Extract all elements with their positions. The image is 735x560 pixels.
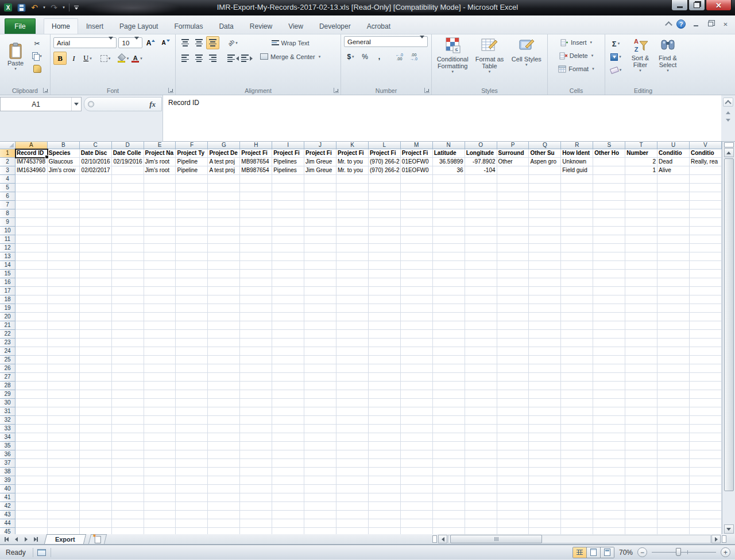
cell-L2[interactable]: (970) 266-2 [369, 158, 401, 166]
row-header-33[interactable]: 33 [0, 425, 16, 433]
cell-H39[interactable] [240, 476, 272, 485]
cell-U30[interactable] [657, 399, 690, 407]
cell-F13[interactable] [176, 252, 208, 261]
cell-G4[interactable] [208, 175, 240, 184]
cell-T10[interactable] [625, 227, 657, 235]
align-right-button[interactable] [206, 52, 219, 65]
cell-A40[interactable] [16, 485, 48, 493]
cell-N14[interactable] [433, 261, 465, 270]
cell-Q21[interactable] [529, 321, 561, 330]
cell-P36[interactable] [497, 450, 529, 459]
cell-Q36[interactable] [529, 450, 561, 459]
cell-C5[interactable] [80, 184, 112, 192]
cell-V17[interactable] [690, 287, 722, 295]
cell-I8[interactable] [272, 209, 304, 218]
cell-H15[interactable] [240, 270, 272, 278]
cell-R22[interactable] [561, 330, 593, 339]
cell-N20[interactable] [433, 313, 465, 321]
row-header-21[interactable]: 21 [0, 321, 16, 330]
cell-F41[interactable] [176, 493, 208, 502]
cell-I32[interactable] [272, 416, 304, 425]
cell-K11[interactable] [336, 235, 369, 244]
cell-V19[interactable] [690, 304, 722, 313]
column-header-E[interactable]: E [144, 142, 176, 149]
cell-G3[interactable]: A test proj [208, 166, 240, 175]
cell-F33[interactable] [176, 425, 208, 433]
cell-Q37[interactable] [529, 459, 561, 468]
cell-Q20[interactable] [529, 313, 561, 321]
cell-C31[interactable] [80, 407, 112, 416]
cell-N5[interactable] [433, 184, 465, 192]
cell-Q35[interactable] [529, 442, 561, 450]
cell-O29[interactable] [465, 390, 497, 399]
accounting-format-button[interactable]: $ [344, 50, 357, 63]
cell-U40[interactable] [657, 485, 690, 493]
cell-H29[interactable] [240, 390, 272, 399]
cell-R29[interactable] [561, 390, 593, 399]
cell-R40[interactable] [561, 485, 593, 493]
row-header-18[interactable]: 18 [0, 295, 16, 304]
cell-G40[interactable] [208, 485, 240, 493]
cell-B32[interactable] [48, 416, 80, 425]
cell-M17[interactable] [401, 287, 433, 295]
cell-L41[interactable] [369, 493, 401, 502]
cell-M30[interactable] [401, 399, 433, 407]
row-header-6[interactable]: 6 [0, 192, 16, 201]
cell-R19[interactable] [561, 304, 593, 313]
cell-B41[interactable] [48, 493, 80, 502]
cell-I13[interactable] [272, 252, 304, 261]
cell-Q39[interactable] [529, 476, 561, 485]
cell-T14[interactable] [625, 261, 657, 270]
cell-E44[interactable] [144, 519, 176, 528]
cell-E31[interactable] [144, 407, 176, 416]
cell-P11[interactable] [497, 235, 529, 244]
cell-Q34[interactable] [529, 433, 561, 442]
cell-E28[interactable] [144, 382, 176, 390]
cell-K35[interactable] [336, 442, 369, 450]
cell-V4[interactable] [690, 175, 722, 184]
cell-L12[interactable] [369, 244, 401, 252]
cell-C9[interactable] [80, 218, 112, 227]
cell-F9[interactable] [176, 218, 208, 227]
cell-J5[interactable] [304, 184, 336, 192]
cell-B30[interactable] [48, 399, 80, 407]
cell-F8[interactable] [176, 209, 208, 218]
cell-O16[interactable] [465, 278, 497, 287]
cell-K28[interactable] [336, 382, 369, 390]
row-header-8[interactable]: 8 [0, 209, 16, 218]
cell-I38[interactable] [272, 468, 304, 476]
cell-N36[interactable] [433, 450, 465, 459]
cell-V30[interactable] [690, 399, 722, 407]
cell-V16[interactable] [690, 278, 722, 287]
cell-V43[interactable] [690, 511, 722, 519]
cell-J23[interactable] [304, 339, 336, 347]
cell-H40[interactable] [240, 485, 272, 493]
cell-R33[interactable] [561, 425, 593, 433]
cell-V44[interactable] [690, 519, 722, 528]
cell-L11[interactable] [369, 235, 401, 244]
row-header-37[interactable]: 37 [0, 459, 16, 468]
cell-B6[interactable] [48, 192, 80, 201]
cell-M40[interactable] [401, 485, 433, 493]
cell-E30[interactable] [144, 399, 176, 407]
cell-T32[interactable] [625, 416, 657, 425]
cell-V45[interactable] [690, 528, 722, 534]
cell-V11[interactable] [690, 235, 722, 244]
cell-M1[interactable]: Project Fi [401, 149, 433, 158]
horizontal-scroll-thumb[interactable] [450, 535, 542, 543]
cell-R18[interactable] [561, 295, 593, 304]
cell-R1[interactable]: How Ident [561, 149, 593, 158]
column-header-R[interactable]: R [561, 142, 593, 149]
cell-M42[interactable] [401, 502, 433, 511]
cell-D20[interactable] [112, 313, 144, 321]
cell-V14[interactable] [690, 261, 722, 270]
cell-V21[interactable] [690, 321, 722, 330]
cell-R7[interactable] [561, 201, 593, 209]
cell-A33[interactable] [16, 425, 48, 433]
cell-N37[interactable] [433, 459, 465, 468]
cell-B19[interactable] [48, 304, 80, 313]
cell-Q19[interactable] [529, 304, 561, 313]
cell-F18[interactable] [176, 295, 208, 304]
cell-M8[interactable] [401, 209, 433, 218]
cell-Q29[interactable] [529, 390, 561, 399]
